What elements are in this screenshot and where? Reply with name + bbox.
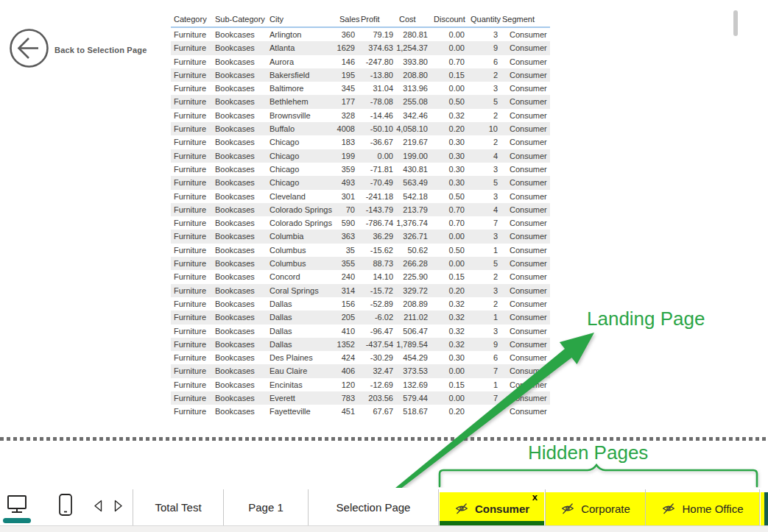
table-row[interactable]: FurnitureBookcasesArlington36079.19280.8… <box>171 27 550 41</box>
table-cell: Buffalo <box>267 122 335 135</box>
page-tab-total-test[interactable]: Total Test <box>133 489 223 525</box>
column-header[interactable]: Sub-Category <box>212 13 267 27</box>
table-cell: 2 <box>466 68 499 82</box>
table-cell: 0.20 <box>429 122 466 135</box>
table-cell: Aurora <box>267 55 335 68</box>
table-row[interactable]: FurnitureBookcasesColumbus35-15.6250.620… <box>171 244 550 257</box>
table-cell: Consumer <box>499 311 550 324</box>
table-row[interactable]: FurnitureBookcasesBrownsville328-14.4634… <box>171 109 550 122</box>
table-cell: Furniture <box>171 216 212 230</box>
table-cell: 410 <box>335 324 356 338</box>
column-header[interactable]: Profit <box>356 13 395 27</box>
column-header[interactable]: Discount <box>429 13 466 27</box>
page-tab-page-1[interactable]: Page 1 <box>224 489 308 525</box>
table-cell: Furniture <box>171 324 212 338</box>
close-tab-button[interactable]: x <box>532 492 538 503</box>
table-cell: Bookcases <box>212 163 267 176</box>
table-cell: Furniture <box>171 338 212 351</box>
table-cell: 355 <box>335 257 356 270</box>
column-header[interactable]: City <box>267 13 335 27</box>
table-cell: 195 <box>335 68 356 82</box>
table-cell: 0.00 <box>429 230 466 243</box>
page-tab-home-office[interactable]: Home Office <box>646 492 759 525</box>
table-cell: Bookcases <box>212 351 267 364</box>
table-cell: 4 <box>466 203 499 216</box>
page-tab-label: Selection Page <box>337 501 411 514</box>
page-tab-partial-edge <box>764 492 768 530</box>
table-cell: -15.62 <box>356 244 395 257</box>
table-cell: Bookcases <box>212 270 267 283</box>
table-cell: Furniture <box>171 68 212 82</box>
table-row[interactable]: FurnitureBookcasesCleveland301-241.18542… <box>171 190 550 203</box>
table-cell: Consumer <box>499 257 550 270</box>
table-cell: Furniture <box>171 378 212 391</box>
table-cell: Bookcases <box>212 190 267 203</box>
table-row[interactable]: FurnitureBookcasesChicago183-36.67219.67… <box>171 135 550 149</box>
table-row[interactable]: FurnitureBookcasesBethlehem177-78.08255.… <box>171 95 550 108</box>
table-cell: 393.80 <box>395 55 429 68</box>
column-header[interactable]: Sales <box>335 13 356 27</box>
back-to-selection-button[interactable]: Back to Selection Page <box>9 28 147 71</box>
table-row[interactable]: FurnitureBookcasesCoral Springs314-15.72… <box>171 284 550 297</box>
column-header[interactable]: Segment <box>499 13 550 27</box>
table-cell: Concord <box>267 270 335 283</box>
page-tab-consumer[interactable]: Consumer x <box>440 492 544 525</box>
table-cell: Chicago <box>267 176 335 189</box>
hidden-page-eye-icon <box>454 503 469 515</box>
previous-page-icon[interactable] <box>94 500 102 512</box>
table-cell: 5 <box>466 257 499 270</box>
table-cell: Furniture <box>171 311 212 324</box>
table-cell: 563.49 <box>395 176 429 189</box>
table-cell: 2 <box>466 297 499 311</box>
table-row[interactable]: FurnitureBookcasesChicago359-71.81430.81… <box>171 163 550 176</box>
table-cell: 0.00 <box>429 27 466 41</box>
table-row[interactable]: FurnitureBookcasesColumbia36336.29326.71… <box>171 230 550 243</box>
desktop-view-icon[interactable] <box>7 494 27 515</box>
table-row[interactable]: FurnitureBookcasesChicago1990.00199.000.… <box>171 149 550 163</box>
table-row[interactable]: FurnitureBookcasesChicago493-70.49563.49… <box>171 176 550 189</box>
table-cell: Consumer <box>499 149 550 163</box>
table-header-row: CategorySub-CategoryCitySalesProfitCostD… <box>171 13 550 27</box>
table-row[interactable]: FurnitureBookcasesAtlanta1629374.631,254… <box>171 41 550 54</box>
column-header[interactable]: Cost <box>395 13 429 27</box>
table-row[interactable]: FurnitureBookcasesDallas156-52.89208.890… <box>171 297 550 311</box>
table-cell: Consumer <box>499 135 550 149</box>
table-cell: Furniture <box>171 244 212 257</box>
table-row[interactable]: FurnitureBookcasesDallas205-6.02211.020.… <box>171 311 550 324</box>
table-row[interactable]: FurnitureBookcasesColumbus35588.73266.28… <box>171 257 550 270</box>
table-cell: Dallas <box>267 338 335 351</box>
column-header[interactable]: Quantity <box>466 13 499 27</box>
table-cell: Bakersfield <box>267 68 335 82</box>
page-tab-label: Corporate <box>581 503 630 515</box>
table-cell: 2 <box>466 135 499 149</box>
table-cell: Bookcases <box>212 55 267 68</box>
table-cell: 0.00 <box>429 257 466 270</box>
table-cell: 14.10 <box>356 270 395 283</box>
table-row[interactable]: FurnitureBookcasesColorado Springs70-143… <box>171 203 550 216</box>
column-header[interactable]: Category <box>171 13 212 27</box>
table-cell: Consumer <box>499 95 550 108</box>
table-cell: 156 <box>335 297 356 311</box>
table-cell: 35 <box>335 244 356 257</box>
page-tab-selection-page[interactable]: Selection Page <box>309 489 438 525</box>
table-cell: 4008 <box>335 122 356 135</box>
table-row[interactable]: FurnitureBookcasesBaltimore34531.04313.9… <box>171 82 550 95</box>
table-row[interactable]: FurnitureBookcasesBakersfield195-13.8020… <box>171 68 550 82</box>
table-cell: 0.15 <box>429 270 466 283</box>
table-cell: 0.00 <box>356 149 395 163</box>
tab-divider <box>438 489 439 525</box>
page-tab-corporate[interactable]: Corporate <box>546 492 645 525</box>
table-cell: 205 <box>335 311 356 324</box>
table-cell: 0.70 <box>429 55 466 68</box>
table-row[interactable]: FurnitureBookcasesAurora146-247.80393.80… <box>171 55 550 68</box>
phone-view-icon[interactable] <box>59 494 72 517</box>
table-row[interactable]: FurnitureBookcasesColorado Springs590-78… <box>171 216 550 230</box>
table-row[interactable]: FurnitureBookcasesConcord24014.10225.900… <box>171 270 550 283</box>
table-row[interactable]: FurnitureBookcasesBuffalo4008-50.104,058… <box>171 122 550 135</box>
table-cell: Consumer <box>499 230 550 243</box>
next-page-icon[interactable] <box>114 500 123 512</box>
table-vertical-scrollbar[interactable] <box>733 10 738 36</box>
table-cell: 146 <box>335 55 356 68</box>
annotation-brace <box>437 464 761 489</box>
table-cell: 3 <box>466 82 499 95</box>
